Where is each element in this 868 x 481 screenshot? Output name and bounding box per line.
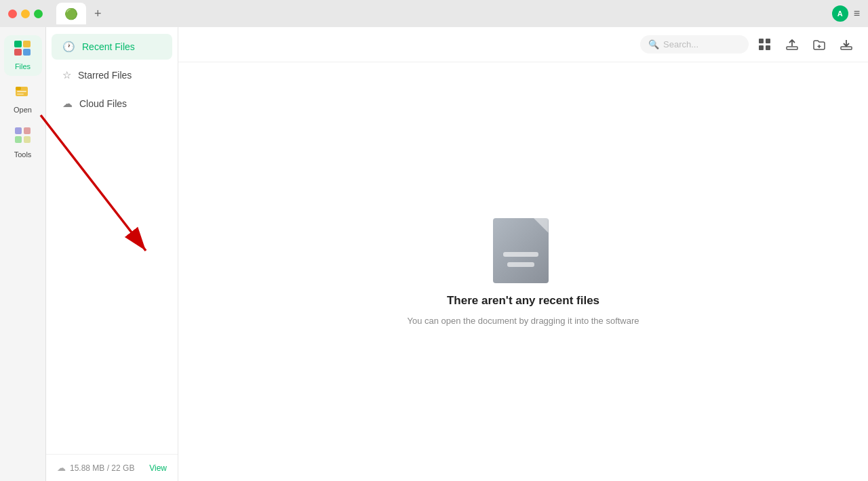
svg-rect-17 [766, 45, 770, 50]
files-label: Files [15, 62, 31, 70]
svg-rect-5 [23, 49, 31, 56]
title-bar-right: A ≡ [832, 5, 860, 22]
tools-icon [15, 127, 31, 148]
svg-rect-8 [17, 91, 26, 92]
avatar: A [832, 5, 848, 22]
svg-rect-12 [15, 136, 22, 143]
upload-button[interactable] [781, 34, 803, 56]
content-toolbar: 🔍 Search... [178, 27, 868, 62]
title-bar: 🟢 + A ≡ [0, 0, 868, 27]
svg-rect-10 [15, 127, 22, 134]
close-button[interactable] [8, 9, 17, 18]
minimize-button[interactable] [21, 9, 30, 18]
open-label: Open [14, 106, 32, 114]
open-icon [15, 84, 31, 103]
tools-label: Tools [14, 150, 32, 159]
svg-rect-14 [759, 39, 764, 43]
svg-rect-7 [16, 87, 21, 90]
sidebar-item-open[interactable]: Open [4, 79, 42, 119]
starred-label: Starred Files [78, 70, 132, 81]
sidebar-item-cloud[interactable]: ☁ Cloud Files [52, 91, 172, 117]
sidebar-footer: ☁ 15.88 MB / 22 GB View [46, 454, 178, 481]
files-icon [14, 41, 32, 60]
svg-rect-2 [14, 41, 22, 47]
empty-state-title: There aren't any recent files [447, 294, 599, 308]
new-tab-button[interactable]: + [89, 4, 107, 24]
export-button[interactable] [835, 34, 857, 56]
svg-rect-18 [787, 47, 797, 49]
sidebar-item-recent[interactable]: 🕐 Recent Files [52, 34, 172, 60]
storage-text: 15.88 MB / 22 GB [70, 463, 134, 473]
upload-icon [786, 39, 798, 51]
svg-rect-15 [766, 39, 770, 43]
empty-state-icon [493, 218, 554, 286]
tab-bar: 🟢 + [56, 3, 107, 24]
empty-state-subtitle: You can open the document by dragging it… [407, 316, 639, 326]
search-icon: 🔍 [648, 39, 659, 49]
cloud-icon: ☁ [62, 98, 73, 110]
new-folder-icon [813, 39, 825, 51]
app-tab[interactable]: 🟢 [56, 3, 86, 24]
maximize-button[interactable] [34, 9, 43, 18]
svg-rect-16 [759, 45, 764, 50]
grid-view-button[interactable] [754, 34, 776, 56]
svg-rect-4 [14, 49, 22, 56]
recent-icon: 🕐 [62, 41, 75, 53]
sidebar-item-starred[interactable]: ☆ Starred Files [52, 62, 172, 88]
cloud-storage-icon: ☁ [57, 463, 66, 473]
export-icon [840, 39, 852, 51]
content-area: 🔍 Search... [178, 27, 868, 481]
starred-icon: ☆ [62, 69, 71, 81]
svg-rect-9 [17, 93, 24, 95]
grid-view-icon [759, 39, 771, 51]
sidebar: 🕐 Recent Files ☆ Starred Files ☁ Cloud F… [46, 27, 178, 481]
recent-label: Recent Files [82, 41, 135, 52]
svg-rect-21 [841, 47, 852, 49]
sidebar-item-files[interactable]: Files [4, 35, 42, 76]
search-box[interactable]: 🔍 Search... [640, 35, 749, 54]
main-layout: Files Open [0, 27, 868, 481]
svg-rect-11 [24, 127, 31, 134]
menu-icon[interactable]: ≡ [854, 7, 860, 20]
cloud-label: Cloud Files [79, 98, 127, 109]
svg-rect-13 [24, 136, 31, 143]
new-folder-button[interactable] [808, 34, 830, 56]
svg-rect-3 [23, 41, 31, 47]
sidebar-item-tools[interactable]: Tools [4, 122, 42, 164]
view-link[interactable]: View [149, 463, 167, 473]
empty-state: There aren't any recent files You can op… [178, 62, 868, 481]
icon-rail: Files Open [0, 27, 46, 481]
traffic-lights [8, 9, 43, 18]
app-tab-icon: 🟢 [64, 7, 78, 20]
search-placeholder: Search... [663, 39, 698, 49]
